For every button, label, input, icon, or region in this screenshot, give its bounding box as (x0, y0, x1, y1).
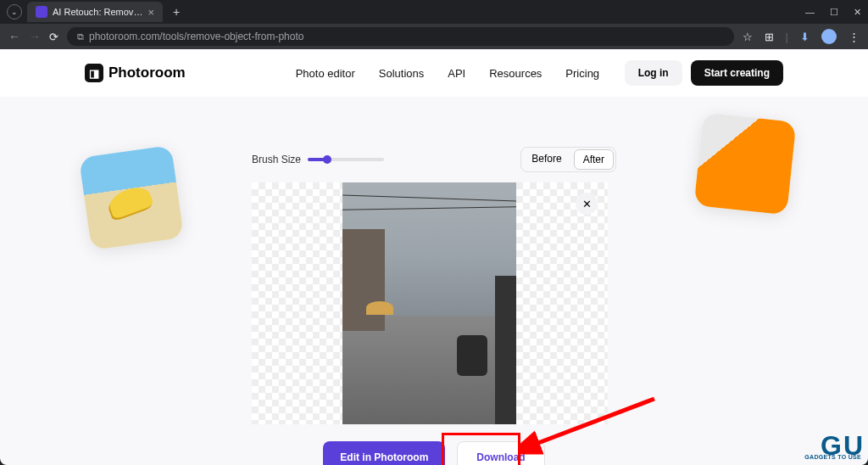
nav-resources[interactable]: Resources (489, 67, 542, 80)
menu-icon[interactable]: ⋮ (849, 31, 860, 43)
brush-size-control: Brush Size (252, 154, 384, 165)
new-tab-button[interactable]: + (173, 5, 180, 19)
tab-close-icon[interactable]: × (147, 6, 154, 19)
logo[interactable]: ◨ Photoroom (85, 64, 186, 82)
decorative-image-person (694, 113, 797, 216)
download-button[interactable]: Download (457, 441, 544, 465)
watermark-text: GADGETS TO USE (804, 454, 861, 460)
edit-in-photoroom-button[interactable]: Edit in Photoroom (323, 441, 445, 465)
extensions-icon[interactable]: ⊞ (765, 31, 774, 43)
tab-title: AI Retouch: Remove Unwanted (53, 7, 142, 17)
site-header: ◨ Photoroom Photo editor Solutions API R… (0, 49, 868, 97)
browser-addressbar: ← → ⟳ ⧉ photoroom.com/tools/remove-objec… (0, 24, 868, 49)
close-window-button[interactable]: ✕ (854, 7, 861, 18)
tab-favicon (36, 6, 47, 18)
url-text: photoroom.com/tools/remove-object-from-p… (89, 31, 303, 42)
start-creating-button[interactable]: Start creating (691, 60, 783, 86)
maximize-button[interactable]: ☐ (830, 7, 838, 18)
brush-size-label: Brush Size (252, 154, 301, 165)
toggle-after[interactable]: After (574, 149, 614, 170)
nav-api[interactable]: API (448, 67, 465, 80)
browser-titlebar: ⌄ AI Retouch: Remove Unwanted × + — ☐ ✕ (0, 0, 868, 24)
forward-button[interactable]: → (29, 30, 41, 43)
decorative-image-shoes (79, 145, 184, 250)
logo-icon: ◨ (85, 64, 103, 82)
watermark: G U GADGETS TO USE (821, 430, 863, 462)
logo-text: Photoroom (108, 64, 186, 81)
nav-pricing[interactable]: Pricing (565, 67, 599, 80)
nav-solutions[interactable]: Solutions (379, 67, 424, 80)
profile-avatar[interactable] (821, 29, 837, 44)
browser-tab[interactable]: AI Retouch: Remove Unwanted × (27, 2, 163, 22)
login-button[interactable]: Log in (625, 60, 682, 86)
url-input[interactable]: ⧉ photoroom.com/tools/remove-object-from… (67, 27, 734, 46)
toggle-before[interactable]: Before (521, 148, 571, 171)
nav-photo-editor[interactable]: Photo editor (296, 67, 355, 80)
site-info-icon[interactable]: ⧉ (77, 31, 84, 42)
back-button[interactable]: ← (8, 30, 20, 43)
page-content: ◨ Photoroom Photo editor Solutions API R… (0, 49, 868, 465)
separator: | (786, 31, 788, 43)
edited-photo (342, 182, 516, 424)
minimize-button[interactable]: — (805, 7, 815, 18)
editor-panel: Brush Size Before After ✕ Edit in Photor… (252, 147, 616, 465)
brush-size-slider[interactable] (308, 158, 384, 161)
image-canvas[interactable]: ✕ (252, 182, 608, 424)
bookmark-icon[interactable]: ☆ (743, 31, 753, 43)
close-image-button[interactable]: ✕ (576, 193, 598, 215)
nav-menu: Photo editor Solutions API Resources Pri… (296, 67, 599, 80)
tab-search-button[interactable]: ⌄ (7, 4, 22, 20)
reload-button[interactable]: ⟳ (49, 31, 58, 43)
window-controls: — ☐ ✕ (805, 7, 861, 18)
before-after-toggle: Before After (520, 147, 616, 172)
download-icon[interactable]: ⬇ (800, 31, 810, 43)
